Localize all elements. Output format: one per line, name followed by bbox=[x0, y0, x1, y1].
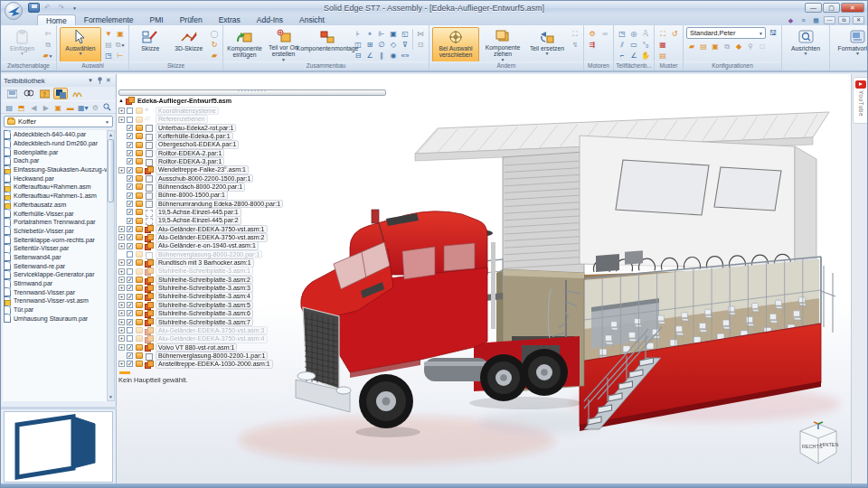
tab-spring-icon[interactable] bbox=[70, 88, 84, 99]
pattern-curve-icon[interactable]: ↺ bbox=[669, 29, 680, 39]
tree-row[interactable]: +✓Rundtisch mit 3 Barhocker.asm:1 bbox=[118, 258, 386, 267]
tree-row[interactable]: +Koordinatensysteme bbox=[118, 107, 386, 115]
visibility-checkbox[interactable]: ✓ bbox=[127, 209, 133, 215]
select-stack-icon[interactable]: ⧉▼ bbox=[115, 40, 126, 50]
config-apply-icon[interactable]: ▰ bbox=[686, 42, 697, 52]
visibility-checkbox[interactable]: ✓ bbox=[127, 226, 133, 232]
visibility-checkbox[interactable]: ✓ bbox=[127, 344, 133, 351]
expand-icon[interactable]: + bbox=[118, 259, 125, 266]
expand-icon[interactable]: + bbox=[118, 277, 125, 283]
file-row[interactable]: Dach.par bbox=[3, 156, 107, 165]
flash-fit-icon[interactable]: «» bbox=[400, 51, 410, 61]
assemble-component-button[interactable]: Komponentenmontage bbox=[304, 27, 351, 63]
open-folder-icon[interactable]: ▬ bbox=[65, 102, 77, 113]
move-on-select-button[interactable]: Bei Auswahl verschieben bbox=[432, 27, 479, 63]
tree-row[interactable]: +Referenzebenen bbox=[118, 115, 386, 123]
tree-row[interactable]: +✓Bühnendach-8000-2200.par:1 bbox=[118, 183, 386, 191]
visibility-checkbox[interactable]: ✓ bbox=[127, 150, 133, 156]
pathfinder-root[interactable]: ▲ Edeka-Auflieger-Entwurf5.asm bbox=[118, 96, 386, 105]
motor-sim-icon[interactable]: ∞ bbox=[599, 29, 610, 39]
scroll-up-icon[interactable]: ▲ bbox=[108, 131, 114, 138]
format-painter-icon[interactable]: ▰▼ bbox=[42, 51, 53, 61]
expand-icon[interactable]: + bbox=[118, 285, 125, 291]
scroll-down-icon[interactable]: ▼ bbox=[108, 393, 114, 400]
face-parallel-icon[interactable]: ⫽ bbox=[617, 40, 627, 50]
expand-icon[interactable]: + bbox=[118, 117, 125, 123]
tree-row[interactable]: +✓Ausschub-8000-2200-1500.par:1 bbox=[118, 174, 386, 183]
tree-row[interactable]: +✓Kofferhülle-Edeka-6.par:1 bbox=[118, 132, 386, 140]
tree-row[interactable]: +✓Stuhlreihe-Schreibplatte-3.asm:6 bbox=[118, 309, 386, 317]
tree-row[interactable]: +✓19,5-Achse-Einzel-445.par:1 bbox=[118, 208, 386, 216]
config-edit-icon[interactable]: ▤ bbox=[698, 42, 709, 52]
select-handle-icon[interactable]: ⊢ bbox=[115, 51, 126, 61]
file-row[interactable]: Stirnwand.par bbox=[3, 279, 107, 288]
sketch-plane-icon[interactable]: ◯ bbox=[209, 29, 220, 39]
select-component-icon[interactable]: ◳ bbox=[103, 51, 114, 61]
tree-row[interactable]: +✓Volvo VT 880-vst-rot.asm:1 bbox=[118, 343, 386, 352]
expand-icon[interactable]: + bbox=[118, 335, 125, 342]
expand-icon[interactable]: + bbox=[118, 327, 125, 333]
expand-icon[interactable]: + bbox=[118, 344, 125, 351]
close-button[interactable]: ✕ bbox=[841, 3, 864, 13]
expand-icon[interactable]: + bbox=[118, 268, 125, 275]
tangent-icon[interactable]: ⊞ bbox=[364, 40, 375, 50]
tab-formelemente[interactable]: Formelemente bbox=[76, 14, 142, 25]
visibility-checkbox[interactable] bbox=[127, 251, 133, 258]
planar-align-icon[interactable]: ⊩ bbox=[376, 29, 387, 39]
tree-row[interactable]: +✓Anstelltreppe-EDEKA-1030-2000.asm:1 bbox=[118, 360, 386, 368]
config-pin-icon[interactable]: ⚲ bbox=[745, 42, 756, 52]
tree-row[interactable]: +✓Stuhlreihe-Schreibplatte-3.asm:4 bbox=[118, 293, 386, 301]
new-folder-icon[interactable]: ▣ bbox=[52, 102, 64, 113]
help-icon[interactable]: ◆ bbox=[786, 16, 796, 24]
doc-minimize-button[interactable]: — bbox=[824, 16, 835, 24]
tree-row[interactable]: +✓Alu-Geländer-EDEKA-3750-vst.asm:2 bbox=[118, 233, 386, 241]
modify-extra2-icon[interactable]: ↯ bbox=[570, 40, 580, 50]
expand-icon[interactable]: + bbox=[118, 234, 125, 240]
visibility-checkbox[interactable]: ✓ bbox=[127, 259, 133, 266]
path-icon[interactable]: ⊟ bbox=[353, 51, 363, 61]
visibility-checkbox[interactable]: ✓ bbox=[127, 294, 133, 300]
config-copy-icon[interactable]: ⧉ bbox=[722, 42, 732, 52]
cut-icon[interactable]: ✄ bbox=[42, 29, 53, 39]
visibility-checkbox[interactable]: ✓ bbox=[127, 125, 133, 131]
expand-icon[interactable]: + bbox=[118, 108, 125, 114]
file-row[interactable]: Kofferaufbau+Rahmen-1.asm bbox=[3, 192, 107, 201]
file-row[interactable]: Kofferbausatz.asm bbox=[3, 201, 107, 210]
drag-component-button[interactable]: Komponente ziehen▼ bbox=[481, 27, 524, 63]
view-list-icon[interactable]: ▤ bbox=[4, 102, 15, 113]
tree-row[interactable]: +✓Stuhlreihe-Schreibplatte-3.asm:7 bbox=[118, 318, 386, 326]
face-angle-icon[interactable]: ∠ bbox=[628, 51, 639, 61]
file-row[interactable]: Bodenplatte.par bbox=[3, 147, 107, 156]
folder-dropdown[interactable]: Koffer ▼ bbox=[4, 116, 113, 127]
visibility-checkbox[interactable] bbox=[127, 117, 133, 123]
file-row[interactable]: Tür.par bbox=[3, 305, 107, 314]
file-row[interactable]: Kofferhülle-Visser.par bbox=[3, 209, 107, 218]
forward-icon[interactable]: ▶ bbox=[41, 102, 52, 113]
file-row[interactable]: Seitenwand-re.par bbox=[3, 261, 107, 270]
visibility-checkbox[interactable]: ✓ bbox=[127, 234, 133, 240]
redo-icon[interactable]: ↷ bbox=[55, 3, 67, 13]
window-icon[interactable]: ▦ bbox=[811, 16, 821, 24]
visibility-checkbox[interactable]: ✓ bbox=[127, 361, 133, 367]
tab-pmi[interactable]: PMI bbox=[142, 14, 172, 25]
face-window-icon[interactable]: ◳ bbox=[617, 29, 627, 39]
visibility-checkbox[interactable]: ✓ bbox=[127, 201, 133, 207]
doc-restore-button[interactable]: ⧉ bbox=[838, 16, 850, 24]
tree-row[interactable]: +✓19,5-Achse-Einzel-445.par:2 bbox=[118, 216, 386, 224]
copy-icon[interactable]: ⧉ bbox=[42, 40, 53, 50]
minimize-button[interactable]: — bbox=[805, 3, 822, 13]
pathfinder-grip[interactable] bbox=[118, 89, 386, 96]
rotation-motor-icon[interactable]: ⚙ bbox=[587, 29, 598, 39]
visibility-checkbox[interactable]: ✓ bbox=[127, 319, 133, 325]
file-list-scrollbar[interactable]: ▲ ▼ bbox=[107, 130, 115, 401]
file-row[interactable]: Trennwand-Visser.par bbox=[3, 287, 107, 296]
expand-icon[interactable]: + bbox=[118, 310, 125, 316]
style-button[interactable]: Formatvorlage▼ bbox=[833, 27, 868, 63]
file-row[interactable]: Trennwand-Visser-vst.asm bbox=[3, 296, 107, 305]
view-cube[interactable]: RECHTS HINTEN bbox=[795, 418, 842, 474]
expand-icon[interactable]: + bbox=[118, 319, 125, 325]
expand-icon[interactable]: + bbox=[118, 302, 125, 308]
file-row[interactable]: Serviceklappe-Generator.par bbox=[3, 270, 107, 279]
tab-add-ins[interactable]: Add-Ins bbox=[249, 14, 291, 25]
visibility-checkbox[interactable]: ✓ bbox=[127, 167, 133, 174]
